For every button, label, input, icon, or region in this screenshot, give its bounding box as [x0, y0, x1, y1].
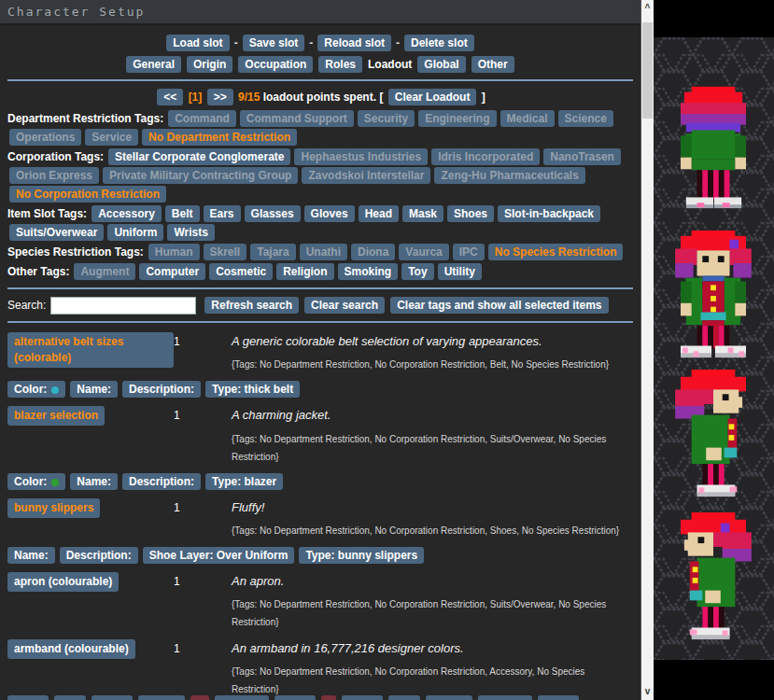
tag-button-wrists[interactable]: Wrists — [167, 224, 214, 241]
tag-button-ipc[interactable]: IPC — [453, 244, 485, 260]
item-name-button[interactable]: armband (colourable) — [7, 639, 135, 659]
search-input[interactable] — [50, 297, 196, 315]
tabs-row: GeneralOriginOccupationRolesLoadoutGloba… — [7, 55, 633, 73]
slot-button-load-slot[interactable]: Load slot — [166, 35, 229, 51]
loadout-item: armband (colourable)1An armband in 16,77… — [7, 639, 633, 698]
tag-button-no-species-restriction[interactable]: No Species Restriction — [488, 244, 624, 260]
tag-button-diona[interactable]: Diona — [351, 244, 395, 260]
tab-other[interactable]: Other — [471, 56, 514, 73]
tag-button-tajara[interactable]: Tajara — [250, 244, 295, 260]
tab-general[interactable]: General — [126, 56, 181, 73]
item-name-button[interactable]: alternative belt sizes (colorable) — [7, 332, 174, 368]
tag-button-gloves[interactable]: Gloves — [304, 205, 355, 222]
tag-button-security[interactable]: Security — [358, 110, 415, 127]
tag-group: Corporation Tags:Stellar Corporate Congl… — [7, 147, 633, 203]
tag-button-augment[interactable]: Augment — [74, 263, 135, 280]
slot-button-delete-slot[interactable]: Delete slot — [404, 35, 474, 51]
tab-roles[interactable]: Roles — [318, 56, 362, 73]
tag-button-cosmetic[interactable]: Cosmetic — [209, 263, 273, 280]
tag-button-uniform[interactable]: Uniform — [107, 224, 163, 241]
tag-button-skrell[interactable]: Skrell — [204, 244, 247, 260]
tag-button-vaurca[interactable]: Vaurca — [399, 244, 448, 260]
search-button-clear-tags-and-show-all-selected-items[interactable]: Clear tags and show all selected items — [390, 297, 608, 314]
tag-button-zavodskoi-interstellar[interactable]: Zavodskoi Interstellar — [302, 167, 430, 184]
vertical-scrollbar[interactable]: ^ v — [640, 0, 654, 700]
tag-button-ears[interactable]: Ears — [204, 205, 241, 222]
scrollbar-thumb[interactable] — [642, 22, 653, 119]
item-name-button[interactable]: bunny slippers — [7, 498, 100, 518]
tab-occupation[interactable]: Occupation — [238, 56, 313, 73]
tag-button-stellar-corporate-conglomerate[interactable]: Stellar Corporate Conglomerate — [108, 148, 290, 165]
tag-button-nanotrasen[interactable]: NanoTrasen — [543, 148, 621, 165]
item-option-description-[interactable]: Description: — [122, 473, 201, 490]
item-option-color-[interactable]: Color: — [7, 473, 65, 490]
tag-button-no-corporation-restriction[interactable]: No Corporation Restriction — [9, 186, 166, 203]
item-option-type-thick-belt[interactable]: Type: thick belt — [205, 381, 300, 398]
item-option-color-[interactable]: Color: — [7, 381, 65, 398]
tag-button-head[interactable]: Head — [359, 205, 399, 222]
search-button-clear-search[interactable]: Clear search — [304, 297, 385, 314]
scroll-up-icon[interactable]: ^ — [641, 2, 654, 15]
tag-button-glasses[interactable]: Glasses — [245, 205, 301, 222]
tag-button-slot-in-backpack[interactable]: Slot-in-backpack — [498, 205, 600, 222]
tag-button-smoking[interactable]: Smoking — [338, 263, 399, 280]
search-button-refresh-search[interactable]: Refresh search — [204, 297, 299, 314]
tag-button-engineering[interactable]: Engineering — [418, 110, 496, 127]
page-prev-button[interactable]: << — [157, 89, 183, 105]
item-option-name-[interactable]: Name: — [7, 547, 55, 564]
window-title: Character Setup — [0, 0, 640, 25]
page-next-button[interactable]: >> — [207, 89, 233, 105]
item-option-description-[interactable]: Description: — [60, 547, 138, 564]
tag-button-no-department-restriction[interactable]: No Department Restriction — [142, 129, 297, 146]
points-spent-value: 9/15 — [238, 91, 260, 104]
tag-button-suits-overwear[interactable]: Suits/Overwear — [9, 224, 104, 241]
tag-button-zeng-hu-pharmaceuticals[interactable]: Zeng-Hu Pharmaceuticals — [434, 167, 584, 184]
tag-button-private-military-contracting-group[interactable]: Private Military Contracting Group — [103, 167, 298, 184]
item-tags: {Tags: No Department Restriction, No Cor… — [232, 430, 633, 466]
item-description: An apron. — [232, 572, 633, 591]
tag-button-science[interactable]: Science — [558, 110, 613, 127]
loadout-item: apron (colourable)1An apron.{Tags: No De… — [7, 572, 633, 631]
tag-button-service[interactable]: Service — [85, 129, 138, 146]
tag-button-shoes[interactable]: Shoes — [447, 205, 494, 222]
tag-button-operations[interactable]: Operations — [9, 129, 81, 146]
item-option-name-[interactable]: Name: — [70, 381, 118, 398]
tag-button-hephaestus-industries[interactable]: Hephaestus Industries — [294, 148, 428, 165]
tag-group-label: Corporation Tags: — [7, 150, 104, 163]
item-option-type-blazer[interactable]: Type: blazer — [205, 473, 283, 490]
slot-button-save-slot[interactable]: Save slot — [243, 35, 305, 51]
clear-loadout-button[interactable]: Clear Loadout — [388, 89, 477, 105]
item-option-shoe-layer-over-uniform[interactable]: Shoe Layer: Over Uniform — [143, 547, 295, 564]
tag-button-orion-express[interactable]: Orion Express — [9, 167, 99, 184]
item-option-type-bunny-slippers[interactable]: Type: bunny slippers — [299, 547, 424, 564]
tab-global[interactable]: Global — [417, 56, 465, 73]
tag-button-command[interactable]: Command — [168, 110, 236, 127]
item-description-cell: An apron.{Tags: No Department Restrictio… — [232, 572, 633, 631]
color-swatch-icon — [51, 479, 59, 486]
tag-button-belt[interactable]: Belt — [165, 205, 200, 222]
tag-button-utility[interactable]: Utility — [438, 263, 482, 280]
item-name-button[interactable]: apron (colourable) — [7, 572, 119, 592]
tag-button-human[interactable]: Human — [148, 244, 200, 260]
item-option-description-[interactable]: Description: — [122, 381, 201, 398]
scroll-down-icon[interactable]: v — [641, 685, 654, 698]
tag-button-unathi[interactable]: Unathi — [300, 244, 347, 260]
tag-button-medical[interactable]: Medical — [500, 110, 555, 127]
item-count: 1 — [174, 639, 232, 655]
tag-button-accessory[interactable]: Accessory — [91, 205, 162, 222]
loadout-item: alternative belt sizes (colorable)1A gen… — [7, 332, 633, 398]
tag-button-toy[interactable]: Toy — [401, 263, 433, 280]
item-name-cell: blazer selection — [7, 406, 174, 426]
tag-group-label: Department Restriction Tags: — [7, 112, 163, 125]
item-name-button[interactable]: blazer selection — [7, 406, 105, 426]
tag-button-mask[interactable]: Mask — [402, 205, 443, 222]
item-option-name-[interactable]: Name: — [70, 473, 118, 490]
item-description-cell: An armband in 16,777,216 designer colors… — [232, 639, 633, 698]
tag-button-command-support[interactable]: Command Support — [240, 110, 354, 127]
tab-origin[interactable]: Origin — [187, 56, 232, 73]
tag-button-computer[interactable]: Computer — [139, 263, 205, 280]
tag-group: Department Restriction Tags:CommandComma… — [7, 109, 633, 147]
tag-button-idris-incorporated[interactable]: Idris Incorporated — [431, 148, 540, 165]
tag-button-religion[interactable]: Religion — [276, 263, 333, 280]
slot-button-reload-slot[interactable]: Reload slot — [317, 35, 391, 51]
